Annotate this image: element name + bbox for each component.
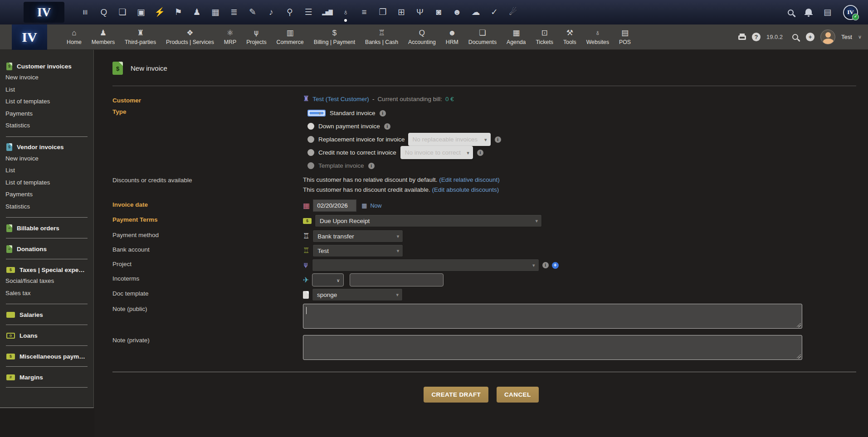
menu-item-agenda[interactable]: ▦Agenda [502,24,531,50]
sidebar-section-miscellaneous-payments[interactable]: $ Miscellaneous paym… [0,351,93,362]
sidebar-section-customer-invoices[interactable]: $ Customer invoices [0,61,93,72]
sidebar-section-donations[interactable]: ≡ Donations [0,243,93,254]
align-left-icon[interactable]: ≡ [359,7,370,18]
members-icon[interactable]: ♟ [191,7,202,18]
sidebar-link-payments[interactable]: Payments [0,189,93,201]
sidebar-link-social-fiscal-taxes[interactable]: Social/fiscal taxes [0,275,93,287]
create-draft-button[interactable]: CREATE DRAFT [424,387,488,403]
stack-icon[interactable]: ≣ [229,7,239,18]
date-picker-icon[interactable]: ▦ [361,203,367,209]
sidebar-link-payments[interactable]: Payments [0,108,93,120]
list-icon[interactable]: ☰ [303,7,314,18]
account-badge[interactable]: IV [843,5,858,20]
sidebar-link-sales-tax[interactable]: Sales tax [0,287,93,300]
doc-template-select[interactable]: sponge [312,288,403,301]
radio-label[interactable]: Down payment invoice [318,123,380,130]
checked-flag-icon[interactable]: ⚑ [173,7,184,18]
sidebar-link-list[interactable]: List [0,84,93,96]
info-icon[interactable] [477,150,483,156]
broom-icon[interactable]: ☄ [507,7,518,18]
payment-terms-select[interactable]: Due Upon Receipt [315,214,542,227]
info-icon[interactable] [542,262,549,268]
info-icon[interactable] [495,136,501,143]
menu-item-tickets[interactable]: ⊡Tickets [531,24,558,50]
sidebar-section-billable-orders[interactable]: ≡ Billable orders [0,223,93,233]
quick-add-icon[interactable]: + [806,33,814,41]
menu-item-accounting[interactable]: QAccounting [403,24,441,50]
photo-stack-icon[interactable]: ❐ [377,7,388,18]
menu-item-third-parties[interactable]: ♜Third-parties [120,24,161,50]
gallery-icon[interactable]: ▣ [136,7,146,18]
menu-item-members[interactable]: ♟Members [87,24,120,50]
menu-item-tools[interactable]: ⚒Tools [558,24,581,50]
project-select[interactable] [312,259,539,272]
now-link[interactable]: Now [370,203,381,209]
search-icon[interactable] [788,10,794,15]
sidebar-link-list-of-templates[interactable]: List of templates [0,96,93,108]
app-logo[interactable]: IV [24,2,64,23]
radio-label[interactable]: Replacement invoice for invoice [318,136,405,143]
edit-absolute-discounts-link[interactable]: (Edit absolute discounts) [432,186,499,193]
table-grid-icon[interactable]: ⊞ [396,7,407,18]
radio-down-payment-invoice[interactable] [307,123,314,130]
music-icon[interactable]: ♪ [266,7,277,18]
restaurant-icon[interactable]: Ψ [414,7,425,18]
approve-check-icon[interactable]: ✓ [489,7,500,18]
menu-item-products-services[interactable]: ❖Products | Services [161,24,219,50]
menu-item-mrp[interactable]: ⚛MRP [219,24,241,50]
radio-label[interactable]: Credit note to correct invoice [318,149,396,156]
radio-label[interactable]: Standard invoice [330,110,375,117]
menu-item-commerce[interactable]: ▥Commerce [272,24,309,50]
sidebar-link-statistics[interactable]: Statistics [0,201,93,213]
search-app-icon[interactable]: Q [98,7,109,18]
print-icon[interactable] [738,35,746,40]
bank-account-select[interactable]: Test [312,244,403,257]
incoterms-location-input[interactable] [350,273,444,286]
radio-replacement-invoice[interactable] [307,136,314,143]
menu-item-banks-cash[interactable]: ♖Banks | Cash [360,24,403,50]
menu-item-websites[interactable]: ♁Websites [581,24,614,50]
edit-relative-discount-link[interactable]: (Edit relative discount) [439,176,500,183]
globe-icon[interactable]: ♁ [340,7,351,18]
radio-standard-invoice[interactable] [307,110,326,117]
sidebar-section-margins[interactable]: # Margins [0,372,93,383]
sidebar-section-vendor-invoices[interactable]: $ Vendor invoices [0,142,93,153]
search-icon[interactable] [792,34,798,40]
radio-credit-note[interactable] [307,149,314,156]
customer-link[interactable]: Test (Test Customer) [312,96,369,102]
cancel-button[interactable]: CANCEL [497,387,539,403]
sidebar-link-list-of-templates[interactable]: List of templates [0,177,93,189]
sidebar-section-loans[interactable]: o Loans [0,330,93,341]
sidebar-link-new-invoice[interactable]: New invoice [0,153,93,165]
user-avatar[interactable] [820,29,835,44]
help-icon[interactable]: ? [752,33,761,41]
chevron-down-icon[interactable]: ∨ [858,34,862,40]
menu-item-documents[interactable]: ❏Documents [463,24,502,50]
apps-grid-icon[interactable]: ≡ [80,7,91,18]
menubar-logo[interactable]: IV [12,24,47,50]
menu-item-hrm[interactable]: ☻HRM [441,24,463,50]
invoice-date-input[interactable] [313,199,356,212]
sidebar-link-statistics[interactable]: Statistics [0,120,93,132]
calendar-icon[interactable]: ▦ [210,7,221,18]
info-icon[interactable] [368,163,375,169]
ghost-icon[interactable]: ☻ [452,7,463,18]
payment-method-select[interactable]: Bank transfer [312,230,403,243]
incoterms-select[interactable] [312,273,344,286]
menu-item-billing-payment[interactable]: $Billing | Payment [309,24,360,50]
sidebar-link-list[interactable]: List [0,165,93,177]
bolt-icon[interactable]: ⚡ [154,7,165,18]
note-public-textarea[interactable] [303,304,802,329]
menu-item-projects[interactable]: ⋔Projects [241,24,271,50]
sidebar-section-salaries[interactable]: Salaries [0,309,93,320]
bar-chart-icon[interactable]: ▂▅▇ [322,7,332,18]
info-icon[interactable] [384,123,390,130]
contact-card-icon[interactable]: ▤ [824,7,831,17]
note-private-textarea[interactable] [303,335,802,360]
sidebar-section-taxes[interactable]: $ Taxes | Special expe… [0,264,93,275]
sidebar-link-new-invoice[interactable]: New invoice [0,72,93,84]
notifications-bell-icon[interactable] [805,9,812,14]
appliance-icon[interactable]: ◙ [433,7,444,18]
menu-item-home[interactable]: ⌂Home [62,24,87,50]
folder-icon[interactable]: ❏ [117,7,128,18]
